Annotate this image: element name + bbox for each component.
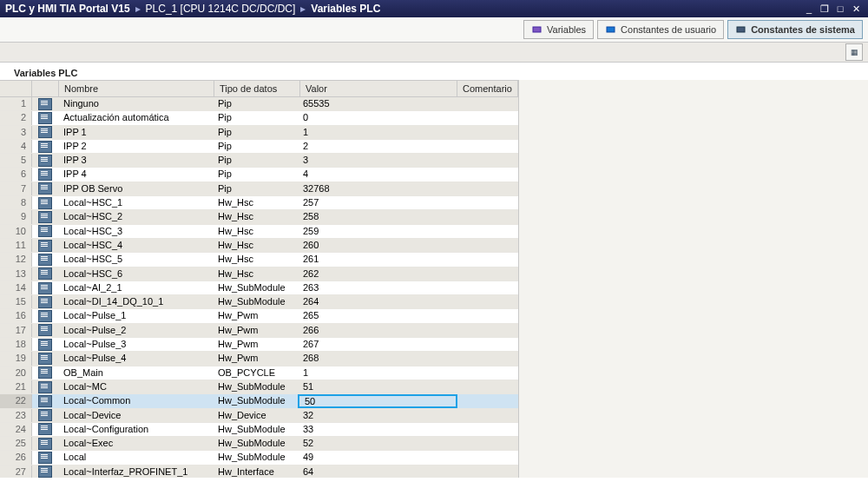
cell-value[interactable]: 65535 — [298, 97, 454, 110]
cell-dtype[interactable]: Hw_Hsc — [213, 239, 298, 252]
cell-comment[interactable] — [454, 225, 518, 238]
table-row[interactable]: 20OB_MainOB_PCYCLE1 — [0, 366, 518, 380]
cell-name[interactable]: OB_Main — [58, 366, 213, 380]
cell-value[interactable]: 49 — [298, 451, 454, 464]
table-row[interactable]: 16Local~Pulse_1Hw_Pwm265 — [0, 309, 518, 323]
cell-dtype[interactable]: Hw_Hsc — [213, 196, 298, 209]
cell-name[interactable]: Local~Pulse_3 — [58, 338, 213, 351]
window-close-button[interactable]: ✕ — [849, 3, 863, 15]
cell-comment[interactable] — [454, 154, 518, 167]
table-row[interactable]: 23Local~DeviceHw_Device32 — [0, 409, 518, 423]
cell-value[interactable]: 32768 — [298, 182, 454, 195]
cell-name[interactable]: Local~HSC_3 — [58, 225, 213, 238]
cell-dtype[interactable]: Hw_SubModule — [213, 437, 298, 450]
cell-name[interactable]: Local~DI_14_DQ_10_1 — [58, 295, 213, 308]
table-row[interactable]: 18Local~Pulse_3Hw_Pwm267 — [0, 338, 518, 352]
cell-comment[interactable] — [454, 309, 518, 322]
cell-comment[interactable] — [454, 380, 518, 393]
cell-dtype[interactable]: Hw_Hsc — [213, 210, 298, 223]
tab-variables[interactable]: Variables — [523, 20, 594, 39]
table-row[interactable]: 9Local~HSC_2Hw_Hsc258 — [0, 210, 518, 224]
cell-name[interactable]: Local~Pulse_1 — [58, 309, 213, 322]
toolbar-options-button[interactable]: ▦ — [845, 43, 863, 61]
cell-value[interactable]: 51 — [298, 380, 454, 393]
cell-dtype[interactable]: Pip — [213, 182, 298, 195]
cell-name[interactable]: Local~Interfaz_PROFINET_1 — [58, 465, 213, 478]
table-row[interactable]: 11Local~HSC_4Hw_Hsc260 — [0, 239, 518, 253]
cell-name[interactable]: IPP 3 — [58, 154, 213, 167]
cell-dtype[interactable]: Hw_Device — [213, 409, 298, 422]
cell-value[interactable]: 259 — [298, 225, 454, 238]
cell-dtype[interactable]: Pip — [213, 168, 298, 181]
table-row[interactable]: 12Local~HSC_5Hw_Hsc261 — [0, 253, 518, 267]
cell-value[interactable]: 257 — [298, 196, 454, 209]
cell-value[interactable]: 33 — [298, 423, 454, 436]
cell-name[interactable]: Actualización automática — [58, 111, 213, 124]
cell-name[interactable]: Local~HSC_4 — [58, 239, 213, 252]
cell-name[interactable]: IPP 2 — [58, 140, 213, 153]
cell-value[interactable]: 261 — [298, 253, 454, 266]
col-header-num[interactable] — [0, 81, 32, 96]
cell-comment[interactable] — [454, 295, 518, 308]
cell-comment[interactable] — [454, 239, 518, 252]
table-row[interactable]: 1NingunoPip65535 — [0, 97, 518, 111]
cell-name[interactable]: Local~AI_2_1 — [58, 281, 213, 294]
cell-value[interactable]: 64 — [298, 465, 454, 478]
cell-comment[interactable] — [454, 281, 518, 294]
cell-dtype[interactable]: Pip — [213, 154, 298, 167]
cell-name[interactable]: Ninguno — [58, 97, 213, 110]
cell-dtype[interactable]: Hw_Interface — [213, 465, 298, 478]
cell-name[interactable]: Local~HSC_1 — [58, 196, 213, 209]
cell-name[interactable]: Local~Configuration — [58, 423, 213, 436]
cell-value[interactable]: 1 — [298, 366, 454, 380]
table-row[interactable]: 7IPP OB ServoPip32768 — [0, 182, 518, 196]
cell-name[interactable]: Local~HSC_6 — [58, 267, 213, 281]
cell-dtype[interactable]: Hw_Pwm — [213, 324, 298, 337]
cell-name[interactable]: Local~HSC_5 — [58, 253, 213, 266]
table-row[interactable]: 22Local~CommonHw_SubModule50 — [0, 394, 518, 408]
cell-value[interactable]: 3 — [298, 154, 454, 167]
cell-value[interactable]: 262 — [298, 267, 454, 281]
cell-comment[interactable] — [454, 140, 518, 153]
cell-comment[interactable] — [457, 394, 518, 407]
cell-dtype[interactable]: Hw_Pwm — [213, 309, 298, 322]
cell-name[interactable]: Local~Exec — [58, 437, 213, 450]
table-row[interactable]: 8Local~HSC_1Hw_Hsc257 — [0, 196, 518, 210]
cell-dtype[interactable]: Hw_SubModule — [213, 380, 298, 393]
table-row[interactable]: 19Local~Pulse_4Hw_Pwm268 — [0, 352, 518, 366]
cell-name[interactable]: Local~MC — [58, 380, 213, 393]
cell-value[interactable]: 50 — [298, 394, 457, 408]
cell-comment[interactable] — [454, 111, 518, 124]
table-row[interactable]: 26LocalHw_SubModule49 — [0, 451, 518, 465]
cell-name[interactable]: Local — [58, 451, 213, 464]
window-restore-button[interactable]: ❐ — [818, 3, 832, 15]
cell-comment[interactable] — [454, 338, 518, 351]
cell-comment[interactable] — [454, 437, 518, 450]
table-row[interactable]: 17Local~Pulse_2Hw_Pwm266 — [0, 324, 518, 338]
table-row[interactable]: 24Local~ConfigurationHw_SubModule33 — [0, 423, 518, 437]
cell-dtype[interactable]: Pip — [213, 97, 298, 110]
cell-dtype[interactable]: Pip — [213, 140, 298, 153]
table-row[interactable]: 27Local~Interfaz_PROFINET_1Hw_Interface6… — [0, 465, 518, 478]
cell-dtype[interactable]: Hw_Pwm — [213, 338, 298, 351]
col-header-comment[interactable]: Comentario — [457, 81, 518, 96]
cell-dtype[interactable]: Hw_SubModule — [213, 281, 298, 294]
cell-comment[interactable] — [454, 423, 518, 436]
cell-comment[interactable] — [454, 324, 518, 337]
col-header-name[interactable]: Nombre — [59, 81, 214, 96]
cell-dtype[interactable]: Pip — [213, 126, 298, 139]
cell-comment[interactable] — [454, 366, 518, 380]
cell-value[interactable]: 260 — [298, 239, 454, 252]
cell-name[interactable]: Local~Pulse_4 — [58, 352, 213, 365]
table-row[interactable]: 15Local~DI_14_DQ_10_1Hw_SubModule264 — [0, 295, 518, 309]
col-header-value[interactable]: Valor — [300, 81, 457, 96]
cell-value[interactable]: 265 — [298, 309, 454, 322]
cell-name[interactable]: Local~Device — [58, 409, 213, 422]
cell-dtype[interactable]: Pip — [213, 111, 298, 124]
cell-dtype[interactable]: Hw_SubModule — [213, 394, 298, 407]
cell-value[interactable]: 264 — [298, 295, 454, 308]
cell-dtype[interactable]: Hw_Pwm — [213, 352, 298, 365]
cell-name[interactable]: IPP 1 — [58, 126, 213, 139]
cell-value[interactable]: 0 — [298, 111, 454, 124]
table-row[interactable]: 25Local~ExecHw_SubModule52 — [0, 437, 518, 451]
